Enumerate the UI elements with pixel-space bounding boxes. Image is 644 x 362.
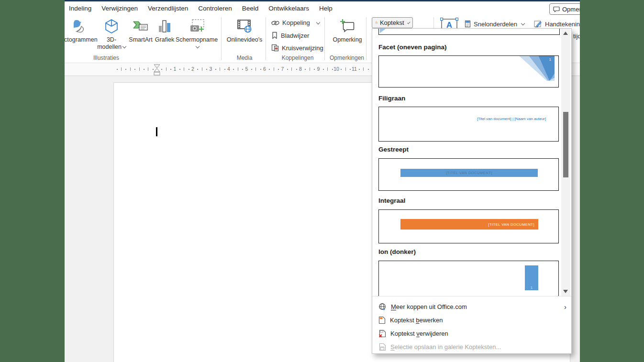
edit-header-icon — [378, 316, 386, 324]
ion-page-number-block: 1 — [525, 265, 538, 290]
menu-item-label: Meer koppen uit Office.com — [391, 303, 467, 310]
screenshot-icon — [175, 18, 218, 35]
tab-help[interactable]: Help — [319, 5, 333, 12]
scrollbar-thumb[interactable] — [563, 112, 568, 177]
indent-markers-icon[interactable] — [154, 64, 160, 76]
menu-item-koptekst-verwijderen[interactable]: Koptekst verwijderen — [372, 327, 571, 340]
scroll-up-arrow[interactable] — [563, 32, 568, 35]
gallery-scrollbar[interactable] — [561, 29, 570, 296]
tab-ontwikkelaars[interactable]: Ontwikkelaars — [268, 5, 309, 12]
comments-button[interactable]: Opmerkingen — [549, 3, 580, 15]
group-label-illustraties: Illustraties — [82, 55, 130, 61]
cross-reference-icon — [271, 44, 279, 52]
menu-item-label: Koptekst bewerken — [390, 317, 443, 324]
submenu-arrow-icon: › — [564, 303, 566, 311]
snelonderdelen-label: Snelonderdelen — [474, 21, 517, 28]
gallery-section-title: Ion (donker) — [378, 248, 416, 255]
grafiek-label: Grafiek — [154, 36, 176, 44]
gallery-section-title: Gestreept — [378, 146, 409, 153]
filigraan-preview-text: [Titel van document] | [Naam van auteur] — [477, 117, 546, 121]
tab-controleren[interactable]: Controleren — [198, 5, 232, 12]
comments-button-label: Opmerkingen — [562, 6, 580, 13]
tab-verwijzingen[interactable]: Verwijzingen — [101, 5, 138, 12]
koppeling-label: Koppeling — [282, 19, 310, 26]
link-icon — [271, 20, 279, 26]
opmerking-label: Opmerking — [329, 36, 366, 44]
chevron-down-icon — [521, 22, 525, 25]
new-comment-icon — [329, 18, 366, 35]
text-cursor — [156, 127, 157, 136]
group-label-opmerkingen: Opmerkingen — [323, 55, 371, 61]
gallery-item-facet-oneven[interactable]: 1 — [378, 55, 559, 88]
gallery-item-partial[interactable] — [378, 29, 560, 35]
delete-header-icon — [378, 329, 386, 338]
facet-triangle-decoration: 1 — [519, 56, 555, 81]
3d-modellen-label-line2: modellen — [97, 44, 122, 50]
smartart-label: SmartArt — [126, 36, 155, 44]
group-separator — [366, 17, 366, 60]
globe-download-icon — [378, 303, 387, 311]
group-separator — [324, 17, 325, 60]
gestreept-title-bar: [TITEL VAN DOCUMENT] — [400, 169, 538, 177]
gallery-section-title: Facet (oneven pagina) — [378, 44, 447, 51]
gallery-item-ion-donker[interactable]: 1 — [378, 261, 559, 296]
schermopname-button[interactable]: Schermopname — [175, 18, 218, 51]
koppeling-button[interactable]: Koppeling — [271, 19, 320, 26]
menu-item-label: Selectie opslaan in galerie Kopteksten..… — [390, 343, 501, 351]
pictogrammen-icon — [65, 18, 97, 35]
chevron-down-icon — [195, 44, 199, 48]
save-selection-icon — [378, 343, 386, 351]
group-label-media: Media — [222, 55, 266, 61]
menu-item-selectie-opslaan: Selectie opslaan in galerie Kopteksten..… — [372, 340, 571, 353]
quick-parts-icon — [465, 20, 471, 28]
ion-page-number: 1 — [531, 286, 533, 289]
3d-modellen-label-line1: 3D- — [107, 36, 116, 43]
3d-modellen-button[interactable]: 3D- modellen — [95, 18, 128, 51]
smartart-icon — [126, 18, 155, 35]
bladwijzer-button[interactable]: Bladwijzer — [271, 32, 309, 39]
kruisverwijzing-button[interactable]: Kruisverwijzing — [271, 44, 323, 52]
facet-corner-decoration — [380, 29, 387, 33]
integraal-title-bar: [TITEL VAN DOCUMENT] — [400, 219, 538, 230]
gallery-section-title: Integraal — [378, 197, 405, 204]
scroll-down-arrow[interactable] — [563, 290, 568, 293]
tab-indeling[interactable]: Indeling — [69, 5, 91, 12]
koptekst-label: Koptekst — [380, 19, 404, 26]
header-gallery[interactable]: Facet (oneven pagina) 1 Filigraan [Titel… — [372, 29, 571, 296]
gallery-section-title: Filigraan — [378, 95, 405, 102]
3d-model-cube-icon — [95, 18, 128, 35]
menu-item-meer-koppen[interactable]: Meer koppen uit Office.com › — [372, 300, 571, 313]
group-label-koppelingen: Koppelingen — [271, 55, 324, 61]
menu-item-koptekst-bewerken[interactable]: Koptekst bewerken — [372, 314, 571, 326]
word-window: Indeling Verwijzingen Verzendlijsten Con… — [65, 0, 580, 362]
gallery-item-filigraan[interactable]: [Titel van document] | [Naam van auteur] — [378, 107, 559, 142]
bookmark-icon — [271, 32, 278, 39]
handtekening-button[interactable]: Handtekeningregel — [534, 20, 580, 28]
pictogrammen-label: Pictogrammen — [65, 36, 97, 44]
kruisverwijzing-label: Kruisverwijzing — [282, 44, 323, 52]
onlinevideos-label: Onlinevideo's — [222, 36, 266, 44]
grafiek-button[interactable]: Grafiek — [154, 18, 176, 44]
tab-verzendlijsten[interactable]: Verzendlijsten — [148, 5, 188, 12]
menu-item-label: Koptekst verwijderen — [390, 330, 448, 337]
smartart-button[interactable]: SmartArt — [126, 18, 155, 44]
comment-bubble-icon — [553, 6, 560, 12]
koptekst-button[interactable]: Koptekst — [372, 17, 413, 28]
gallery-item-integraal[interactable]: [TITEL VAN DOCUMENT] — [378, 209, 559, 243]
header-icon — [376, 19, 378, 26]
schermopname-label: Schermopname — [176, 36, 218, 43]
ribbon-tabs: Indeling Verwijzingen Verzendlijsten Con… — [69, 1, 333, 15]
chevron-down-icon — [407, 21, 410, 23]
onlinevideos-button[interactable]: Onlinevideo's — [222, 18, 266, 44]
group-separator — [266, 17, 266, 60]
pictogrammen-button[interactable]: Pictogrammen — [65, 18, 97, 44]
opmerking-button[interactable]: Opmerking — [329, 18, 366, 44]
signature-icon — [534, 20, 542, 28]
ribbon-tab-bar: Indeling Verwijzingen Verzendlijsten Con… — [65, 1, 580, 15]
bladwijzer-label: Bladwijzer — [281, 32, 309, 39]
snelonderdelen-button[interactable]: Snelonderdelen — [465, 20, 524, 28]
gallery-item-gestreept[interactable]: [TITEL VAN DOCUMENT] — [378, 158, 559, 191]
tab-beeld[interactable]: Beeld — [242, 5, 259, 12]
online-video-icon — [222, 18, 266, 35]
facet-page-number: 1 — [549, 57, 551, 62]
